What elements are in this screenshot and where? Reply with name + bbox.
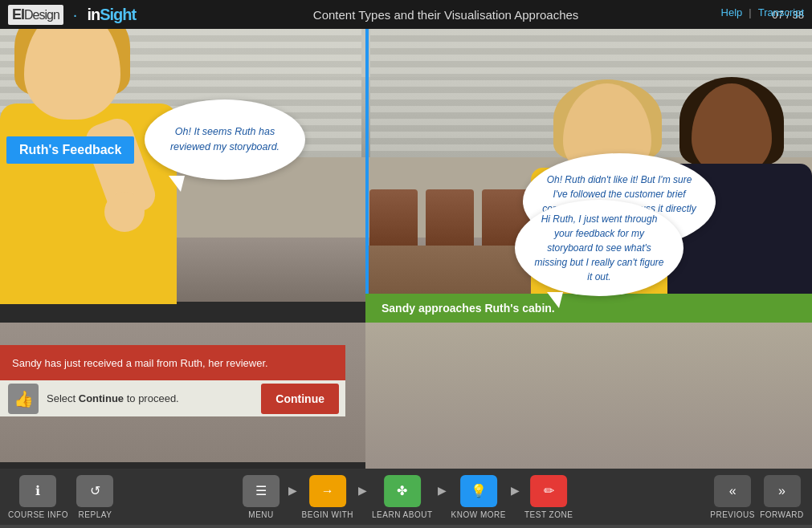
toolbar-right: « PREVIOUS » FORWARD: [710, 475, 804, 519]
toolbar-btn-know-more[interactable]: 💡 KNOW MORE: [451, 475, 506, 519]
course-info-label: COURSE INFO: [8, 510, 68, 519]
help-separator: |: [749, 6, 751, 18]
logo-ei: EIDesign: [8, 5, 63, 25]
know-more-icon: 💡: [460, 475, 497, 507]
top-bar: EIDesign · inSight Content Types and the…: [0, 0, 812, 29]
course-info-icon: ℹ: [19, 475, 56, 507]
blue-divider: [365, 29, 369, 302]
replay-label: REPLAY: [79, 510, 112, 519]
continue-suffix: to proceed.: [124, 392, 179, 404]
toolbar-btn-replay[interactable]: ↺ REPLAY: [73, 475, 117, 519]
toolbar-btn-menu[interactable]: ☰ MENU: [239, 475, 284, 519]
notification-text: Sandy has just received a mail from Ruth…: [12, 357, 268, 369]
continue-prefix: Select: [47, 392, 79, 404]
begin-with-icon: →: [309, 475, 346, 507]
toolbar-left: ℹ COURSE INFO ↺ REPLAY: [8, 475, 117, 519]
know-more-label: KNOW MORE: [451, 510, 506, 519]
toolbar-btn-course-info[interactable]: ℹ COURSE INFO: [8, 475, 68, 519]
logo-divider: ·: [73, 6, 78, 24]
menu-icon: ☰: [243, 475, 280, 507]
help-links: Help | Transcript: [721, 6, 804, 18]
test-zone-icon: ✏: [530, 475, 567, 507]
previous-icon: «: [714, 475, 751, 507]
learn-about-label: LEARN ABOUT: [372, 510, 433, 519]
scene-label-bar: Sandy approaches Ruth's cabin.: [365, 294, 812, 323]
forward-icon: »: [764, 475, 801, 507]
notification-bar: Sandy has just received a mail from Ruth…: [0, 345, 345, 380]
continue-prompt: 👍 Select Continue to proceed. Continue: [0, 380, 345, 416]
toolbar-btn-begin-with[interactable]: → BEGIN WITH: [302, 475, 353, 519]
bottom-toolbar: ℹ COURSE INFO ↺ REPLAY ☰ MENU ▶ → BEGIN …: [0, 469, 812, 525]
scene-description: Sandy approaches Ruth's cabin.: [382, 302, 555, 315]
continue-instruction: Select Continue to proceed.: [47, 392, 253, 404]
speech-text-left: Oh! It seems Ruth has reviewed my storyb…: [161, 124, 289, 155]
page-title: Content Types and their Visualisation Ap…: [136, 8, 756, 22]
logo-insight: inSight: [87, 6, 136, 24]
bg-chair: [426, 189, 474, 254]
previous-label: PREVIOUS: [710, 510, 755, 519]
begin-with-label: BEGIN WITH: [302, 510, 353, 519]
toolbar-btn-learn-about[interactable]: ✤ LEARN ABOUT: [372, 475, 433, 519]
toolbar-btn-forward[interactable]: » FORWARD: [760, 475, 804, 519]
bg-chair: [369, 189, 418, 254]
bg-chairs: [369, 189, 530, 254]
speech-bubble-sandy-bottom: Hi Ruth, I just went through your feedba…: [515, 200, 683, 296]
toolbar-center: ☰ MENU ▶ → BEGIN WITH ▶ ✤ LEARN ABOUT ▶ …: [239, 475, 573, 519]
scene-bottom-inner: [365, 323, 812, 469]
replay-icon: ↺: [76, 475, 113, 507]
test-zone-label: TEST ZONE: [524, 510, 573, 519]
footer: © 2014 EI Design Private Limited. All ri…: [0, 525, 812, 528]
main-content: Ruth's Feedback Oh! It seems Ruth has re…: [0, 29, 812, 469]
toolbar-btn-test-zone[interactable]: ✏ TEST ZONE: [524, 475, 573, 519]
help-link[interactable]: Help: [721, 6, 743, 18]
arrow-separator-2: ▶: [358, 484, 367, 510]
sandy-head: [24, 29, 120, 120]
menu-label: MENU: [248, 510, 273, 519]
speech-text-bottom: Hi Ruth, I just went through your feedba…: [531, 212, 667, 284]
ruths-feedback-label: Ruth's Feedback: [6, 136, 134, 164]
continue-button[interactable]: Continue: [261, 384, 339, 414]
transcript-link[interactable]: Transcript: [758, 6, 804, 18]
logo-area: EIDesign · inSight: [8, 5, 136, 25]
forward-label: FORWARD: [760, 510, 804, 519]
arrow-separator-3: ▶: [438, 484, 447, 510]
learn-about-icon: ✤: [384, 475, 421, 507]
continue-bold: Continue: [79, 392, 124, 404]
arrow-separator-1: ▶: [288, 484, 297, 510]
sandy-hand: [104, 192, 145, 232]
speech-bubble-sandy-left: Oh! It seems Ruth has reviewed my storyb…: [145, 100, 305, 180]
toolbar-btn-previous[interactable]: « PREVIOUS: [710, 475, 755, 519]
thumb-icon: 👍: [8, 384, 39, 414]
arrow-separator-4: ▶: [511, 484, 520, 510]
